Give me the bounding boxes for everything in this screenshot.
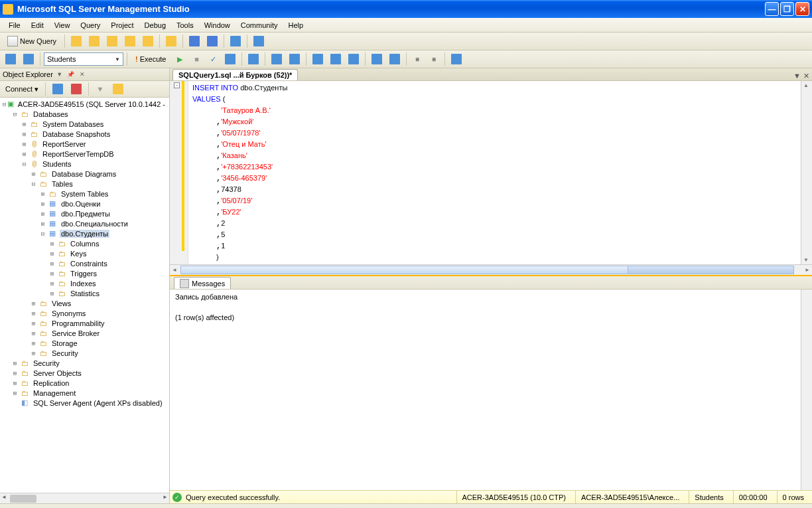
folder-icon: 🗀 <box>56 269 67 278</box>
new-query-button[interactable]: New Query <box>3 34 61 48</box>
work-area: Object Explorer ▼ 📌 ✕ Connect ▾ ▼ ⊟▣ACER… <box>0 68 812 503</box>
menu-community[interactable]: Community <box>236 20 283 31</box>
specify-values-icon[interactable] <box>448 52 464 66</box>
tab-close-icon[interactable]: ✕ <box>803 72 809 80</box>
decrease-indent-icon[interactable]: ≡ <box>410 52 425 66</box>
tab-messages[interactable]: Messages <box>174 277 231 289</box>
filter-icon[interactable]: ▼ <box>93 82 107 96</box>
menu-window[interactable]: Window <box>200 20 235 31</box>
window-titlebar: Microsoft SQL Server Management Studio —… <box>0 0 812 18</box>
menu-file[interactable]: File <box>4 20 25 31</box>
object-explorer-panel: Object Explorer ▼ 📌 ✕ Connect ▾ ▼ ⊟▣ACER… <box>0 68 170 503</box>
dropdown-icon[interactable]: ▼ <box>55 70 64 79</box>
folder-icon: 🗀 <box>19 379 30 388</box>
disconnect-icon[interactable] <box>50 82 66 96</box>
table-icon: ▦ <box>47 209 58 218</box>
folder-icon: 🗀 <box>38 339 48 348</box>
status-rows: 0 rows <box>777 491 809 503</box>
db-engine-query-icon[interactable] <box>68 34 84 48</box>
menu-bar: File Edit View Query Project Debug Tools… <box>0 18 812 33</box>
registered-servers-icon[interactable] <box>251 34 267 48</box>
editor-vscrollbar[interactable] <box>801 81 812 264</box>
editor-margin: − <box>170 81 188 264</box>
sql-editor-toolbar: Students▼ ! Execute ▶ ■ ✓ ≡ ≡ <box>0 50 812 68</box>
results-text-icon[interactable] <box>310 52 326 66</box>
panel-close-icon[interactable]: ✕ <box>78 70 87 79</box>
menu-edit[interactable]: Edit <box>27 20 48 31</box>
mdx-query-icon[interactable] <box>104 34 120 48</box>
change-connection-icon[interactable] <box>21 52 36 66</box>
pin-icon[interactable]: 📌 <box>66 70 76 79</box>
results-file-icon[interactable] <box>346 52 362 66</box>
maximize-button[interactable]: ❐ <box>780 2 794 16</box>
status-user: ACER-3AD5E49515\Алексе... <box>575 491 685 503</box>
menu-project[interactable]: Project <box>106 20 138 31</box>
database-combo[interactable]: Students▼ <box>44 52 123 66</box>
tab-sqlquery1[interactable]: SQLQuery1.sql ...й Бурков (52))* <box>172 69 298 80</box>
stop-icon[interactable]: ■ <box>189 52 204 66</box>
menu-view[interactable]: View <box>50 20 75 31</box>
stop-icon[interactable] <box>68 82 84 96</box>
parse-icon[interactable]: ✓ <box>206 52 220 66</box>
menu-tools[interactable]: Tools <box>172 20 198 31</box>
folder-icon: 🗀 <box>56 279 67 288</box>
increase-indent-icon[interactable]: ≡ <box>427 52 441 66</box>
minimize-button[interactable]: — <box>765 2 779 16</box>
messages-vscrollbar[interactable] <box>801 290 812 490</box>
activity-monitor-icon[interactable] <box>228 34 243 48</box>
messages-pane[interactable]: Запись добавлена (1 row(s) affected) <box>170 290 801 490</box>
execute-button[interactable]: ! Execute <box>131 52 170 66</box>
comment-icon[interactable] <box>369 52 385 66</box>
object-explorer-tree[interactable]: ⊟▣ACER-3AD5E49515 (SQL Server 10.0.1442 … <box>0 98 169 493</box>
table-icon: ▦ <box>47 199 58 209</box>
server-icon: ▣ <box>7 100 15 109</box>
status-server: ACER-3AD5E49515 (10.0 CTP) <box>456 491 572 503</box>
folder-icon: 🗀 <box>56 289 67 298</box>
document-area: SQLQuery1.sql ...й Бурков (52))* ▼ ✕ − I… <box>170 68 812 503</box>
query-status-message: Query executed successfully. <box>186 493 280 501</box>
folder-icon: 🗀 <box>19 388 30 398</box>
design-query-icon[interactable] <box>245 52 261 66</box>
editor-hscrollbar[interactable]: ► <box>170 264 812 275</box>
query-status-bar: ✓ Query executed successfully. ACER-3AD5… <box>170 490 812 503</box>
document-tabs: SQLQuery1.sql ...й Бурков (52))* ▼ ✕ <box>170 68 812 81</box>
uncomment-icon[interactable] <box>387 52 403 66</box>
database-icon: 🛢 <box>29 159 39 169</box>
debug-icon[interactable]: ▶ <box>172 52 187 66</box>
connect-button[interactable]: Connect ▾ <box>3 85 41 94</box>
connection-icon[interactable] <box>3 52 19 66</box>
sql-editor[interactable]: − INSERT INTO dbo.Студенты VALUES ( 'Тат… <box>170 81 812 264</box>
folder-icon: 🗀 <box>47 189 58 199</box>
dmx-query-icon[interactable] <box>122 34 138 48</box>
refresh-icon[interactable] <box>110 82 126 96</box>
folder-icon: 🗀 <box>38 329 48 338</box>
tree-scrollbar[interactable]: ► <box>0 493 169 503</box>
display-plan-icon[interactable] <box>222 52 238 66</box>
folder-icon: 🗀 <box>38 319 48 328</box>
as-query-icon[interactable] <box>86 34 102 48</box>
folder-icon: 🗀 <box>38 169 48 179</box>
new-query-icon <box>7 36 18 46</box>
tab-dropdown-icon[interactable]: ▼ <box>793 72 801 80</box>
client-stats-icon[interactable] <box>287 52 303 66</box>
menu-debug[interactable]: Debug <box>140 20 170 31</box>
include-plan-icon[interactable] <box>269 52 285 66</box>
results-grid-icon[interactable] <box>328 52 344 66</box>
menu-query[interactable]: Query <box>76 20 105 31</box>
folder-icon: 🗀 <box>29 129 39 139</box>
code-content[interactable]: INSERT INTO dbo.Студенты VALUES ( 'Татау… <box>188 81 801 264</box>
open-file-icon[interactable] <box>163 34 179 48</box>
standard-toolbar: New Query <box>0 33 812 50</box>
menu-help[interactable]: Help <box>283 20 308 31</box>
xmla-query-icon[interactable] <box>140 34 156 48</box>
folder-icon: 🗀 <box>56 259 67 268</box>
outline-collapse-icon[interactable]: − <box>174 82 180 88</box>
folder-icon: 🗀 <box>38 309 48 318</box>
app-icon <box>3 4 13 15</box>
success-icon: ✓ <box>172 493 182 502</box>
folder-icon: 🗀 <box>38 179 48 189</box>
save-icon[interactable] <box>186 34 202 48</box>
tree-node-selected[interactable]: dbo.Студенты <box>60 230 109 238</box>
close-button[interactable]: ✕ <box>795 2 809 16</box>
save-all-icon[interactable] <box>204 34 220 48</box>
